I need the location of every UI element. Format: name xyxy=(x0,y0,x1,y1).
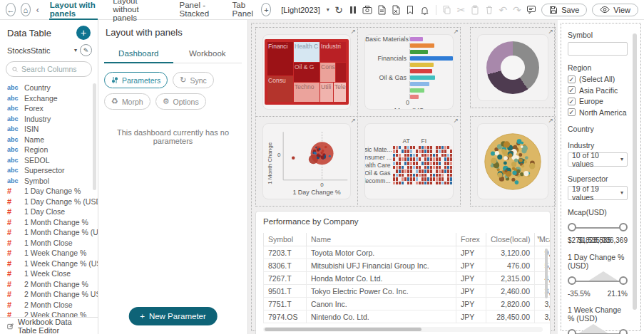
heatmap-cell[interactable] xyxy=(424,157,426,161)
heatmap-cell[interactable] xyxy=(419,169,421,173)
column-list-item[interactable]: #2 Month Close xyxy=(0,300,98,310)
heatmap-cell[interactable] xyxy=(419,174,421,177)
circle-pack-dot[interactable] xyxy=(508,153,512,157)
slider-handle-min[interactable] xyxy=(568,329,576,334)
heatmap-cell[interactable] xyxy=(450,182,452,185)
heatmap-cell[interactable] xyxy=(419,157,421,161)
heatmap-cell[interactable] xyxy=(447,177,449,181)
heatmap-cell[interactable] xyxy=(453,174,454,177)
heatmap-cell[interactable] xyxy=(450,169,452,173)
heatmap-cell[interactable] xyxy=(444,169,446,173)
treemap-cell[interactable]: Consu xyxy=(267,76,293,102)
heatmap-cell[interactable] xyxy=(447,166,449,169)
dashboard-tab[interactable]: Layout without panels xyxy=(112,0,164,20)
circle-pack-dot[interactable] xyxy=(521,145,523,148)
column-list-item[interactable]: #1 Day Close xyxy=(0,207,98,217)
heatmap-panel[interactable]: ↗ AT FI xyxy=(357,116,461,207)
search-columns-input[interactable] xyxy=(21,65,86,73)
treemap-cell[interactable]: Utili xyxy=(320,83,333,103)
heatmap-cell[interactable] xyxy=(439,166,441,169)
heatmap-cell[interactable] xyxy=(421,150,424,153)
heatmap-cell[interactable] xyxy=(421,162,424,165)
column-list-item[interactable]: abcCountry xyxy=(0,83,98,93)
heatmap-cell[interactable] xyxy=(410,154,412,157)
column-list-item[interactable]: abcName xyxy=(0,135,98,145)
heatmap-cell[interactable] xyxy=(424,166,426,169)
mcap-range-slider[interactable] xyxy=(568,221,628,235)
parameters-button[interactable]: Parameters xyxy=(104,72,168,88)
redo-button[interactable]: ↷ xyxy=(513,4,522,16)
heatmap-cell[interactable] xyxy=(396,166,398,169)
heatmap-cell[interactable] xyxy=(399,169,401,173)
heatmap-cell[interactable] xyxy=(399,154,401,157)
heatmap-cell[interactable] xyxy=(396,169,398,173)
heatmap-cell[interactable] xyxy=(393,177,395,181)
table-column-header[interactable]: Symbol xyxy=(264,233,307,246)
heatmap-cell[interactable] xyxy=(421,182,424,185)
heatmap-cell[interactable] xyxy=(433,154,435,157)
treemap-chart[interactable]: FinanciConsuHealth COil & GTechnoIndustr… xyxy=(265,39,349,105)
bar[interactable] xyxy=(410,56,453,61)
heatmap-cell[interactable] xyxy=(393,157,395,161)
heatmap-cell[interactable] xyxy=(444,154,446,157)
checkbox-icon[interactable]: ✓ xyxy=(568,98,576,105)
expand-icon[interactable]: ↗ xyxy=(350,117,356,124)
table-row[interactable]: 8306.TMitsubishi UFJ Financial Group Inc… xyxy=(264,259,551,272)
heatmap-cell[interactable] xyxy=(447,150,449,153)
circle-pack-dot[interactable] xyxy=(511,162,516,167)
heatmap-cell[interactable] xyxy=(402,162,404,165)
heatmap-cell[interactable] xyxy=(439,169,441,173)
heatmap-cell[interactable] xyxy=(433,169,435,173)
heatmap-cell[interactable] xyxy=(399,174,401,177)
heatmap-cell[interactable] xyxy=(421,157,424,161)
circle-pack-dot[interactable] xyxy=(518,152,522,156)
heatmap-cell[interactable] xyxy=(433,157,435,161)
heatmap-cell[interactable] xyxy=(427,166,429,169)
options-button[interactable]: ⚙ Options xyxy=(155,93,206,110)
heatmap-cell[interactable] xyxy=(402,182,404,185)
column-list-item[interactable]: abcRegion xyxy=(0,145,98,155)
heatmap-cell[interactable] xyxy=(450,166,452,169)
treemap-cell[interactable] xyxy=(336,63,345,82)
cut-button[interactable]: ✂ xyxy=(456,4,466,16)
heatmap-cell[interactable] xyxy=(416,177,418,181)
heatmap-cell[interactable] xyxy=(404,182,407,185)
heatmap-cell[interactable] xyxy=(419,154,421,157)
table-column-header[interactable]: Close(local) xyxy=(486,233,535,246)
workbook-caret-icon[interactable]: ▾ xyxy=(327,6,329,13)
heatmap-cell[interactable] xyxy=(393,146,395,150)
supersector-filter-dropdown[interactable]: 19 of 19 values ▾ xyxy=(568,186,628,200)
bar[interactable] xyxy=(410,50,428,54)
heatmap-cell[interactable] xyxy=(439,154,441,157)
circle-pack-dot[interactable] xyxy=(520,172,523,175)
heatmap-cell[interactable] xyxy=(441,182,444,185)
heatmap-cell[interactable] xyxy=(410,182,412,185)
heatmap-cell[interactable] xyxy=(433,150,435,153)
sidebar-scrollbar[interactable] xyxy=(93,83,96,190)
circle-pack-dot[interactable] xyxy=(495,151,499,155)
heatmap-cell[interactable] xyxy=(419,162,421,165)
column-list-item[interactable]: abcForex xyxy=(0,103,98,114)
treemap-cell[interactable]: Tele xyxy=(334,83,346,103)
heatmap-cell[interactable] xyxy=(430,174,432,177)
heatmap-cell[interactable] xyxy=(396,146,398,150)
heatmap-cell[interactable] xyxy=(404,169,407,173)
heatmap-cell[interactable] xyxy=(439,182,441,185)
heatmap-cell[interactable] xyxy=(413,162,415,165)
heatmap-cell[interactable] xyxy=(402,169,404,173)
heatmap-cell[interactable] xyxy=(436,182,438,185)
heatmap-cell[interactable] xyxy=(444,157,446,161)
heatmap-cell[interactable] xyxy=(410,174,412,177)
paste-button[interactable] xyxy=(471,4,480,16)
save-button[interactable]: Save xyxy=(541,4,587,16)
table-row[interactable]: 7203.TToyota Motor Corp.JPY3,120.009,295… xyxy=(264,246,551,259)
scatter-point[interactable] xyxy=(322,150,324,152)
column-list-item[interactable]: abcSymbol xyxy=(0,176,98,187)
heatmap-cell[interactable] xyxy=(447,162,449,165)
heatmap-cell[interactable] xyxy=(402,157,404,161)
export-excel-button[interactable] xyxy=(392,4,401,16)
heatmap-cell[interactable] xyxy=(421,174,424,177)
heatmap-cell[interactable] xyxy=(404,162,407,165)
heatmap-cell[interactable] xyxy=(447,146,449,150)
heatmap-cell[interactable] xyxy=(416,166,418,169)
